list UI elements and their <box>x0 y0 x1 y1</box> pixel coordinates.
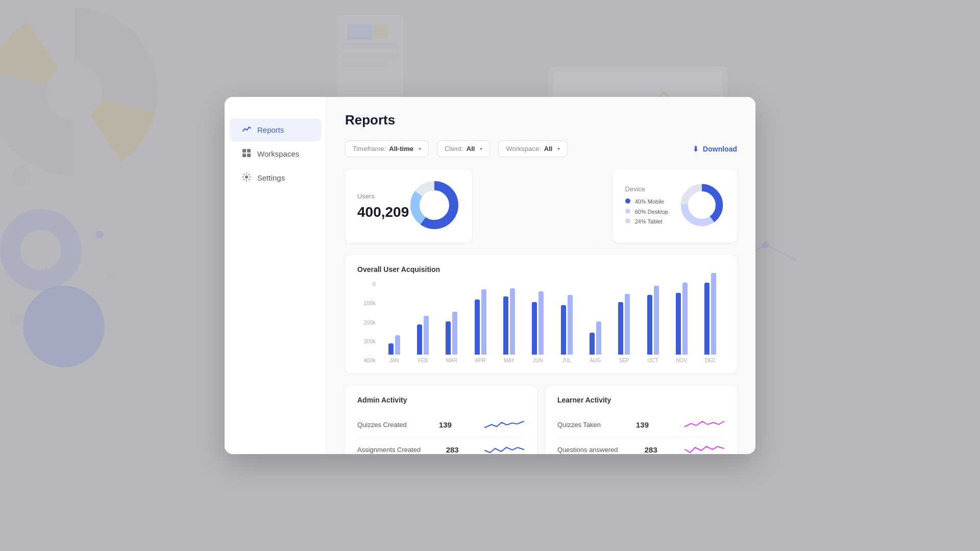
bar-light <box>654 286 659 355</box>
bar-group-feb: FEB <box>408 316 437 363</box>
bar-month-label: JAN <box>389 358 399 363</box>
cards-row: Users 400,209 <box>345 169 737 243</box>
bars-area: JANFEBMARAPRMAYJUNJULAUGSEPOCTNOVDEC <box>380 282 725 363</box>
sidebar-item-label: Reports <box>257 126 284 134</box>
filters-row: Timeframe: All-time ▾ Client: All ▾ Work… <box>345 140 737 157</box>
svg-rect-13 <box>250 36 258 77</box>
bar-dark <box>704 283 709 355</box>
admin-quizzes-value: 139 <box>439 420 452 429</box>
device-donut-chart <box>679 182 725 230</box>
learner-quizzes-label: Quizzes Taken <box>557 421 601 429</box>
bar-group-aug: AUG <box>581 321 609 363</box>
bar-dark <box>532 302 537 355</box>
admin-quizzes-sparkline <box>484 417 525 432</box>
workspace-label: Workspace: <box>506 145 541 153</box>
bar-month-label: FEB <box>418 358 428 363</box>
bar-group-apr: APR <box>466 289 495 363</box>
bar-dark <box>475 299 480 355</box>
client-value: All <box>467 145 475 153</box>
page-title: Reports <box>345 112 737 128</box>
bar-light <box>596 321 601 355</box>
svg-rect-33 <box>242 149 246 153</box>
desktop-label: Desktop <box>648 209 668 215</box>
learner-activity-title: Learner Activity <box>557 396 725 404</box>
legend-mobile: 40% Mobile <box>625 197 669 207</box>
svg-rect-15 <box>342 43 398 49</box>
svg-rect-19 <box>374 24 388 40</box>
y-label-100k: 100k <box>357 300 376 306</box>
admin-assignments-value: 283 <box>446 445 459 454</box>
timeframe-filter[interactable]: Timeframe: All-time ▾ <box>345 140 429 157</box>
bar-group-dec: DEC <box>696 273 725 363</box>
bar-light <box>424 316 429 355</box>
svg-point-9 <box>105 271 114 280</box>
main-content: Reports Timeframe: All-time ▾ Client: Al… <box>327 97 755 454</box>
sidebar-item-reports[interactable]: Reports <box>230 118 321 141</box>
tablet-dot <box>625 218 630 223</box>
sidebar-item-label: Workspaces <box>257 149 299 158</box>
timeframe-value: All-time <box>389 145 413 153</box>
bar-month-label: APR <box>475 358 486 363</box>
bar-group-jun: JUN <box>524 291 552 363</box>
admin-activity-card: Admin Activity Quizzes Created 139 Assig… <box>345 386 537 454</box>
learner-activity-card: Learner Activity Quizzes Taken 139 Quest… <box>545 386 737 454</box>
bar-light <box>538 291 544 355</box>
bar-group-jan: JAN <box>380 335 408 363</box>
tablet-pct: 24% <box>635 218 646 224</box>
bar-light <box>481 289 486 355</box>
legend-desktop: 60% Desktop <box>625 207 669 217</box>
admin-quizzes-label: Quizzes Created <box>357 421 407 429</box>
bar-light <box>711 273 716 355</box>
svg-rect-35 <box>242 154 246 157</box>
bar-dark <box>417 324 422 355</box>
chevron-down-icon: ▾ <box>557 146 560 152</box>
sidebar-item-workspaces[interactable]: Workspaces <box>230 142 321 165</box>
device-card-title: Device <box>625 185 669 193</box>
workspace-filter[interactable]: Workspace: All ▾ <box>498 140 568 157</box>
bar-chart-section: Overall User Acquisition 400k 300k 200k … <box>345 255 737 373</box>
learner-quizzes-sparkline <box>684 417 725 432</box>
bar-dark <box>647 295 652 355</box>
bar-group-may: MAY <box>495 288 523 363</box>
bar-chart-title: Overall User Acquisition <box>357 265 725 273</box>
svg-rect-34 <box>247 149 251 153</box>
admin-assignments-row: Assignments Created 283 <box>357 437 525 454</box>
client-filter[interactable]: Client: All ▾ <box>437 140 490 157</box>
learner-questions-row: Questions answered 283 <box>557 437 725 454</box>
bar-chart-wrapper: 400k 300k 200k 100k 0 JANFEBMARAPRMAYJUN… <box>357 282 725 363</box>
timeframe-label: Timeframe: <box>353 145 386 153</box>
svg-rect-10 <box>219 31 227 77</box>
admin-assignments-label: Assignments Created <box>357 446 421 454</box>
svg-point-8 <box>9 313 21 325</box>
svg-point-26 <box>762 241 769 248</box>
tablet-label: Tablet <box>648 218 663 224</box>
bar-month-label: MAR <box>446 358 457 363</box>
device-card: Device 40% Mobile 60% Desktop 24% Tab <box>613 169 737 243</box>
learner-quizzes-value: 139 <box>636 420 649 429</box>
learner-questions-sparkline <box>684 442 725 454</box>
users-card: Users 400,209 <box>345 169 472 243</box>
svg-point-37 <box>245 176 248 179</box>
device-legend: 40% Mobile 60% Desktop 24% Tablet <box>625 197 669 227</box>
chevron-down-icon: ▾ <box>419 146 421 152</box>
bar-month-label: SEP <box>619 358 629 363</box>
sidebar-item-settings[interactable]: Settings <box>230 166 321 189</box>
desktop-dot <box>625 209 630 214</box>
bar-month-label: JUL <box>562 358 571 363</box>
mobile-dot <box>625 198 630 204</box>
bar-month-label: NOV <box>676 358 688 363</box>
svg-rect-16 <box>342 53 398 59</box>
bar-month-label: JUN <box>533 358 543 363</box>
chart-icon <box>242 124 251 135</box>
y-axis: 400k 300k 200k 100k 0 <box>357 282 376 363</box>
activity-row: Admin Activity Quizzes Created 139 Assig… <box>345 386 737 454</box>
bar-dark <box>618 302 623 355</box>
admin-quizzes-row: Quizzes Created 139 <box>357 412 525 437</box>
svg-rect-12 <box>240 26 248 77</box>
learner-questions-value: 283 <box>645 445 657 454</box>
download-button[interactable]: ⬇ Download <box>693 145 737 153</box>
y-label-200k: 200k <box>357 320 376 325</box>
svg-rect-11 <box>230 41 237 77</box>
svg-point-2 <box>11 166 32 186</box>
main-window: Reports Workspaces Settings <box>225 97 755 454</box>
